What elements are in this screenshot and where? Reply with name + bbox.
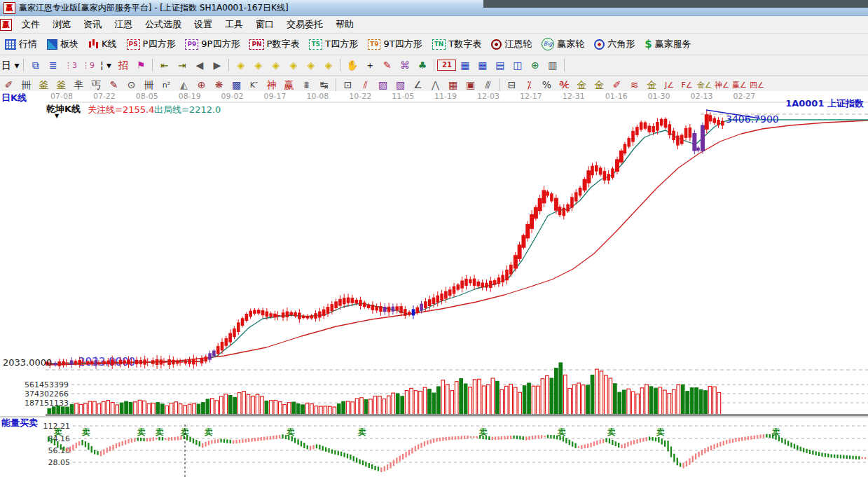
tool-color-flag-icon[interactable]: ⚑ bbox=[132, 58, 149, 73]
draw-gold-grid-1-icon[interactable]: 釜 bbox=[35, 78, 53, 92]
draw-price-grid-icon[interactable]: 芈 bbox=[70, 78, 88, 92]
tool-diamond-reset-icon[interactable]: ◈ bbox=[284, 58, 302, 73]
draw-ying-angle-icon[interactable]: 赢∠ bbox=[731, 78, 748, 92]
menu-item-8[interactable]: 交易委托 bbox=[280, 18, 329, 31]
toolbar-button-sectors[interactable]: 板块 bbox=[47, 38, 78, 50]
draw-grid-tool-icon[interactable]: 卌 bbox=[18, 78, 35, 92]
draw-scale-tool-icon[interactable]: ⊟ bbox=[503, 78, 521, 92]
toolbar-button-p-square[interactable]: PSP四方形 bbox=[127, 38, 176, 50]
draw-grid-123-icon[interactable]: ⩩ bbox=[298, 78, 315, 92]
tool-diamond-expand-y-icon[interactable]: ◈ bbox=[319, 58, 337, 73]
tool-next-bar-icon[interactable]: ▶ bbox=[208, 58, 226, 73]
draw-flag-pencil-icon[interactable]: ✐ bbox=[608, 78, 626, 92]
indicator-name-label[interactable]: 能量买卖 bbox=[1, 417, 38, 429]
draw-gold-circle-icon[interactable]: 金 bbox=[573, 78, 591, 92]
kline-type-selector[interactable]: 乾坤K线 bbox=[46, 103, 81, 116]
tool-diamond-shrink-x-icon[interactable]: ◈ bbox=[232, 58, 249, 73]
draw-grid-box-icon[interactable]: ▩ bbox=[228, 78, 245, 92]
tool-brain-tool-icon[interactable]: ♣ bbox=[413, 58, 431, 73]
menu-item-3[interactable]: 江恩 bbox=[108, 18, 139, 31]
draw-si-angle-icon[interactable]: 四∠ bbox=[748, 78, 766, 92]
draw-j-angle-icon[interactable]: J∠ bbox=[661, 78, 678, 92]
tool-candle-style-icon[interactable]: ¦ ▾ bbox=[97, 58, 114, 73]
draw-shen-grid-icon[interactable]: 神 bbox=[263, 78, 280, 92]
draw-star-rays-icon[interactable]: ❋ bbox=[210, 78, 228, 92]
toolbar-button-t-number-table[interactable]: TNT数字表 bbox=[432, 38, 482, 50]
toolbar-button-quotes[interactable]: 行情 bbox=[5, 38, 37, 50]
draw-pen-tool-icon[interactable]: ✐ bbox=[0, 78, 18, 92]
toolbar-button-9t-square[interactable]: T99T四方形 bbox=[368, 38, 422, 50]
toolbar-button-t-square[interactable]: TST四方形 bbox=[309, 38, 358, 50]
tool-first-page-icon[interactable]: ⇤ bbox=[156, 58, 173, 73]
draw-wave-tool-icon[interactable]: ≋ bbox=[626, 78, 643, 92]
draw-gold-lines-icon[interactable]: 金 bbox=[591, 78, 608, 92]
draw-n-square-icon[interactable]: n² bbox=[158, 78, 175, 92]
draw-time-grid-icon[interactable]: 卌 bbox=[140, 78, 158, 92]
draw-percent-icon[interactable]: % bbox=[538, 78, 556, 92]
toolbar-button-winner-service[interactable]: $赢家服务 bbox=[645, 38, 691, 50]
tool-gann-tool-icon[interactable]: ⌘ bbox=[396, 58, 413, 73]
toolbar-button-hexagon[interactable]: 六角形 bbox=[594, 38, 635, 50]
menu-item-9[interactable]: 帮助 bbox=[329, 18, 360, 31]
tool-quote-info-icon[interactable]: ≣ bbox=[44, 58, 62, 73]
kline-type-dropdown-icon[interactable]: ▼ bbox=[55, 113, 59, 119]
toolbar-button-winner-wheel[interactable]: Big赢家轮 bbox=[542, 38, 584, 50]
draw-gold-angle-icon[interactable]: 金 bbox=[643, 78, 661, 92]
toolbar-button-kline[interactable]: K线 bbox=[88, 38, 117, 50]
draw-f-angle-icon[interactable]: F∠ bbox=[678, 78, 696, 92]
menu-item-6[interactable]: 工具 bbox=[219, 18, 249, 31]
draw-spiral-tool-icon[interactable]: 丐 bbox=[88, 78, 105, 92]
menu-item-2[interactable]: 资讯 bbox=[77, 18, 108, 31]
tool-note-tool-icon[interactable]: ✎ bbox=[378, 58, 396, 73]
tool-prev-bar-icon[interactable]: ◀ bbox=[191, 58, 208, 73]
tool-export-icon[interactable]: ⊕ bbox=[526, 58, 544, 73]
draw-k-seconds-icon[interactable]: K″ bbox=[245, 78, 263, 92]
tool-diamond-expand-x-icon[interactable]: ◈ bbox=[249, 58, 267, 73]
period-label[interactable]: 日K线 bbox=[1, 92, 27, 104]
draw-compass-cross-icon[interactable]: ⊕ bbox=[193, 78, 210, 92]
draw-fill-grid-icon[interactable]: ▦ bbox=[444, 78, 462, 92]
menu-item-1[interactable]: 浏览 bbox=[46, 18, 77, 31]
tool-last-page-icon[interactable]: ⇥ bbox=[173, 58, 191, 73]
draw-angle-mirror-icon[interactable]: ◭ bbox=[175, 78, 193, 92]
toolbar-button-9p-square[interactable]: P99P四方形 bbox=[185, 38, 240, 50]
menu-item-0[interactable]: 文件 bbox=[15, 18, 46, 31]
toolbar-button-p-number-table[interactable]: PNP数字表 bbox=[249, 38, 299, 50]
draw-gold-angle-2-icon[interactable]: 金∠ bbox=[696, 78, 713, 92]
draw-zigzag-icon[interactable]: ⋀ bbox=[427, 78, 444, 92]
draw-time-circle-icon[interactable]: ⊙ bbox=[123, 78, 140, 92]
toolbar-button-gann-wheel[interactable]: 江恩轮 bbox=[491, 38, 532, 50]
tool-crosshair-tool-icon[interactable]: ＋ bbox=[361, 58, 378, 73]
draw-angle-line-icon[interactable]: ∠ bbox=[409, 78, 427, 92]
tool-period-day-icon[interactable]: 日 ▾ bbox=[0, 58, 20, 73]
draw-box-tool-icon[interactable]: ⊡ bbox=[339, 78, 357, 92]
menu-item-4[interactable]: 公式选股 bbox=[139, 18, 188, 31]
chart-canvas[interactable]: 07-0807-2208-0508-1909-0209-1710-0810-22… bbox=[0, 91, 868, 477]
tool-calculator-2-icon[interactable]: ▦ bbox=[474, 58, 491, 73]
tool-save-icon[interactable]: ◫ bbox=[509, 58, 526, 73]
draw-ying-grid-icon[interactable]: 赢 bbox=[280, 78, 298, 92]
draw-fan-box-icon[interactable]: ▨ bbox=[374, 78, 392, 92]
draw-fill-grid-2-icon[interactable]: ▣ bbox=[462, 78, 479, 92]
chart-panel[interactable]: 07-0807-2208-0508-1909-0209-1710-0810-22… bbox=[0, 91, 868, 477]
draw-percent-line-icon[interactable]: ℀ bbox=[556, 78, 573, 92]
tool-bars-3-icon[interactable]: ⋮3 bbox=[62, 58, 79, 73]
tool-bars-9-icon[interactable]: ⋮9 bbox=[79, 58, 97, 73]
tool-diamond-fit-x-icon[interactable]: ◈ bbox=[267, 58, 284, 73]
tool-print-icon[interactable]: ▥ bbox=[544, 58, 561, 73]
draw-percent-retrace-icon[interactable]: ⁒ bbox=[521, 78, 538, 92]
draw-gold-grid-2-icon[interactable]: 釜 bbox=[53, 78, 70, 92]
tool-zhao-tool-icon[interactable]: 招 bbox=[114, 58, 132, 73]
tool-notepad-icon[interactable]: ▤ bbox=[491, 58, 509, 73]
draw-pencil-ruler-icon[interactable]: ✎ bbox=[105, 78, 123, 92]
menu-item-7[interactable]: 窗口 bbox=[249, 18, 280, 31]
tool-hand-tool-icon[interactable]: ✋ bbox=[343, 58, 361, 73]
menu-item-5[interactable]: 设置 bbox=[188, 18, 219, 31]
draw-fan-box-2-icon[interactable]: ▧ bbox=[392, 78, 409, 92]
draw-shen-angle-icon[interactable]: 神∠ bbox=[713, 78, 731, 92]
tool-calculator-icon[interactable]: ▦ bbox=[456, 58, 474, 73]
tool-calendar-icon[interactable]: 21 bbox=[437, 60, 456, 71]
draw-parallel-lines-icon[interactable]: ⫻ bbox=[479, 78, 497, 92]
tool-diamond-shrink-y-icon[interactable]: ◈ bbox=[302, 58, 319, 73]
tool-pattern-window-icon[interactable]: ⧉ bbox=[27, 58, 44, 73]
